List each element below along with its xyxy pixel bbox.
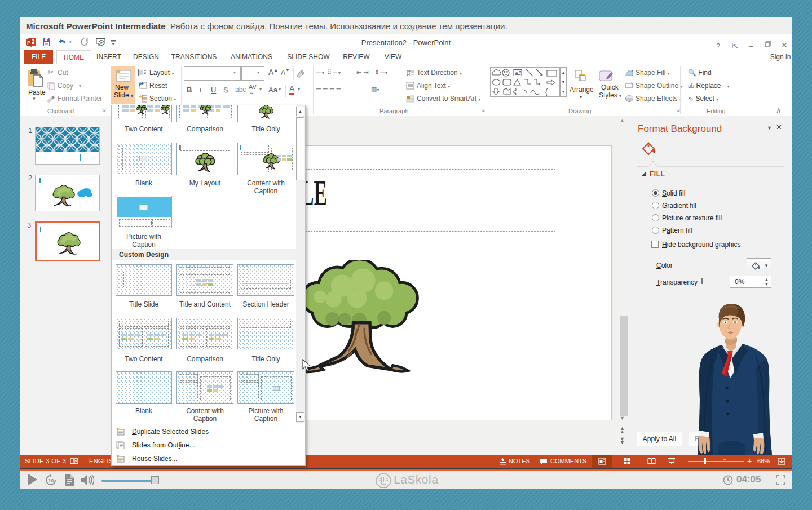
svg-text:10: 10 — [48, 478, 54, 484]
svg-text:P: P — [27, 40, 30, 46]
svg-text:A: A — [515, 70, 518, 76]
